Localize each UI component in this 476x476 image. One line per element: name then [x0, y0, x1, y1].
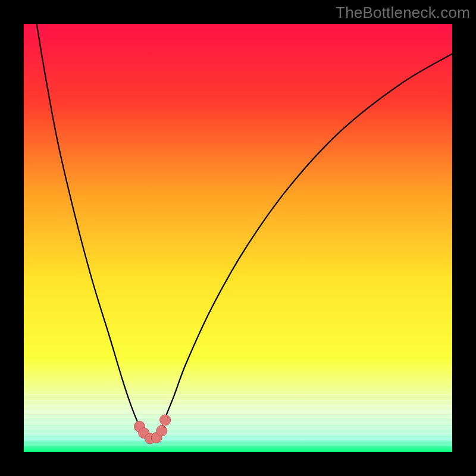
plot-area [24, 24, 452, 452]
svg-rect-17 [24, 441, 452, 443]
svg-rect-4 [24, 406, 452, 407]
svg-rect-14 [24, 433, 452, 434]
svg-rect-9 [24, 419, 452, 421]
svg-rect-18 [24, 444, 452, 446]
svg-rect-8 [24, 416, 452, 418]
svg-rect-19 [24, 447, 452, 449]
svg-rect-3 [24, 403, 452, 404]
svg-rect-7 [24, 414, 452, 415]
watermark-text: TheBottleneck.com [336, 4, 470, 22]
svg-rect-5 [24, 408, 452, 409]
svg-rect-13 [24, 431, 452, 432]
svg-rect-11 [24, 425, 452, 426]
gradient-background [24, 24, 452, 452]
svg-rect-1 [24, 397, 452, 399]
chart-svg [24, 24, 452, 452]
svg-rect-2 [24, 400, 452, 401]
svg-rect-16 [24, 439, 452, 440]
svg-rect-12 [24, 428, 452, 429]
svg-rect-6 [24, 411, 452, 412]
chart-frame: TheBottleneck.com [0, 0, 476, 476]
curve-marker [160, 415, 171, 425]
svg-rect-15 [24, 436, 452, 437]
svg-rect-10 [24, 422, 452, 424]
curve-marker [156, 425, 167, 436]
svg-rect-0 [24, 394, 452, 396]
